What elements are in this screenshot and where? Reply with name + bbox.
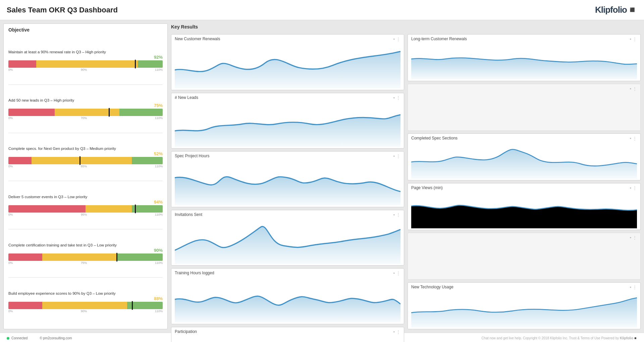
seg-green [119,109,163,116]
objective-label: Complete specs. for Next Gen product by … [8,147,163,151]
more-icon[interactable]: ⋮ [396,154,400,159]
seg-yellow [42,253,116,261]
chart-cell: Page Views (min) ▪ ⋮ [408,183,641,230]
comment-icon[interactable]: ▪ [393,154,395,159]
seg-green [116,253,163,261]
comment-icon[interactable]: ▪ [393,37,395,42]
more-icon[interactable]: ⋮ [396,329,400,334]
objective-pct: 90% [8,248,163,253]
chart-title: Spec Project Hours [175,154,209,158]
comment-icon[interactable]: ▪ [630,185,631,190]
sparkline-svg [411,42,637,79]
objective-item: Complete certification training and take… [8,229,163,278]
progress-bar [8,109,163,116]
chart-cell-header: # New Leads ▪ ⋮ [175,95,400,100]
connected-label: Connected [11,336,28,340]
objective-pct: 52% [8,151,163,156]
comment-icon[interactable]: ▪ [630,86,631,91]
chart-area [175,42,400,89]
more-icon[interactable]: ⋮ [633,136,637,141]
chart-cell: ▪ ⋮ [408,233,641,280]
more-icon[interactable]: ⋮ [396,271,400,276]
chart-area [175,276,400,323]
charts-area: Key Results New Customer Renewals ▪ ⋮ [171,23,641,329]
progress-bar-bg [8,205,163,213]
more-icon[interactable]: ⋮ [396,212,400,217]
seg-red [8,205,86,213]
progress-marker [116,253,117,262]
more-icon[interactable]: ⋮ [633,235,637,240]
bar-labels: 0% 90% 110% [8,309,163,313]
seg-yellow [36,60,138,68]
chart-actions: ▪ ⋮ [393,271,400,276]
chart-cell-header: Training Hours logged ▪ ⋮ [175,271,400,276]
footer-right: Chat now and get live help. Copyright © … [482,336,637,340]
objectives-list: Maintain at least a 90% renewal rate in … [8,37,163,326]
chart-title: # New Leads [175,95,198,100]
chart-title: Long-term Customer Renewals [411,37,467,41]
progress-bar [8,157,163,164]
chart-col-2: Key Results Long-term Customer Renewals … [408,23,641,329]
connected-dot [7,337,9,340]
progress-bar-bg [8,157,163,164]
chart-cell: Spec Project Hours ▪ ⋮ [171,151,404,207]
progress-bar-bg [8,109,163,116]
chart-area [411,42,637,79]
chart-title: New Technology Usage [411,285,453,289]
objective-label: Deliver 5 customer events in Q3 – Low pr… [8,195,163,199]
objective-label: Complete certification training and take… [8,243,163,247]
comment-icon[interactable]: ▪ [630,136,631,141]
chart-title: Completed Spec Sections [411,136,458,140]
chart-title: Training Hours logged [175,271,214,275]
bar-labels: 0% 95% 110% [8,213,163,216]
chart-actions: ▪ ⋮ [630,235,637,240]
chart-actions: ▪ ⋮ [393,95,400,100]
more-icon[interactable]: ⋮ [633,185,637,190]
more-icon[interactable]: ⋮ [396,37,400,42]
chart-area [175,218,400,264]
chart-area [175,159,400,206]
seg-green [132,205,163,213]
chart-actions: ▪ ⋮ [393,154,400,159]
chart-cell-header: New Technology Usage ▪ ⋮ [411,285,637,290]
comment-icon[interactable]: ▪ [393,95,395,100]
objective-pct: 92% [8,55,163,60]
chart-area [175,101,400,147]
comment-icon[interactable]: ▪ [393,271,395,276]
chart-cell-header: ▪ ⋮ [411,235,637,240]
chart-cell-header: ▪ ⋮ [411,86,637,91]
more-icon[interactable]: ⋮ [633,285,637,290]
chart-actions: ▪ ⋮ [630,136,637,141]
chart-col2-items: Long-term Customer Renewals ▪ ⋮ [408,34,641,329]
sparkline-svg [175,276,400,323]
progress-bar [8,253,163,261]
chart-cell: # New Leads ▪ ⋮ [171,93,404,149]
chart-col1-items: New Customer Renewals ▪ ⋮ [171,34,404,342]
more-icon[interactable]: ⋮ [633,37,637,42]
chart-actions: ▪ ⋮ [630,285,637,290]
more-icon[interactable]: ⋮ [633,86,637,91]
comment-icon[interactable]: ▪ [630,37,631,42]
sparkline-svg [411,290,637,328]
objective-item: Build employee experience scores to 90% … [8,278,163,326]
progress-marker [109,108,110,117]
progress-marker [79,156,80,165]
chart-title: Invitations Sent [175,212,202,217]
comment-icon[interactable]: ▪ [393,329,395,334]
chart-actions: ▪ ⋮ [630,37,637,42]
objective-item: Complete specs. for Next Gen product by … [8,133,163,181]
progress-marker [135,60,136,68]
seg-red [8,253,42,261]
seg-green [138,60,163,68]
seg-red [8,109,55,116]
objective-pct: 94% [8,199,163,205]
chart-area [411,241,637,278]
footer-logo: Klipfolio◾ [620,336,637,340]
comment-icon[interactable]: ▪ [630,285,631,290]
comment-icon[interactable]: ▪ [393,212,395,217]
comment-icon[interactable]: ▪ [630,235,631,240]
chart-cell: Completed Spec Sections ▪ ⋮ [408,133,641,180]
chart-cell: Invitations Sent ▪ ⋮ [171,210,404,266]
more-icon[interactable]: ⋮ [396,95,400,100]
chart-title: Participation [175,329,197,334]
